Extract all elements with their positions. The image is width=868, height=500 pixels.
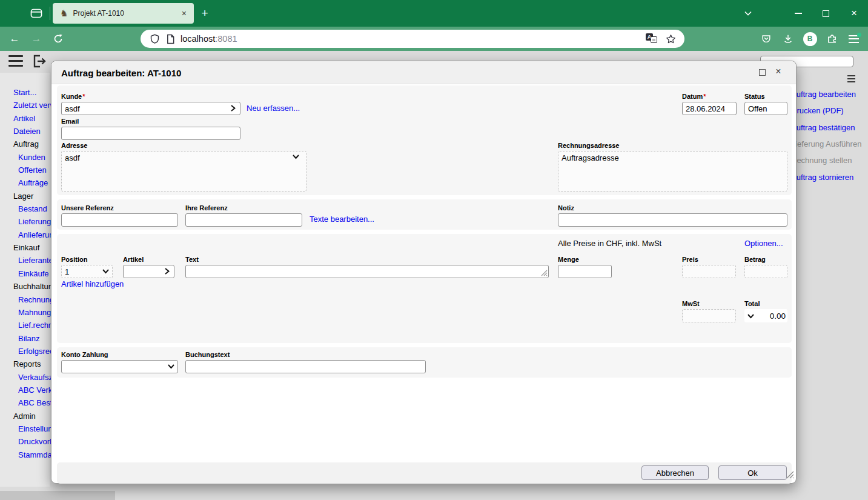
action-auftrag-bestätigen[interactable]: Auftrag bestätigen bbox=[791, 123, 861, 139]
window-close-button[interactable]: × bbox=[840, 0, 868, 27]
forward-button[interactable]: → bbox=[26, 27, 47, 51]
cancel-button[interactable]: Abbrechen bbox=[641, 465, 709, 480]
sidebar-item-zuletzt-verwendet[interactable]: Zuletzt verwendet bbox=[0, 101, 50, 113]
dialog-resize-grip-icon[interactable] bbox=[786, 470, 794, 481]
dialog-close-icon[interactable]: × bbox=[774, 66, 783, 77]
artikel-hinzufuegen-link[interactable]: Artikel hinzufügen bbox=[61, 279, 124, 288]
browser-navbar: ← → localhost:8081 A B bbox=[0, 27, 868, 51]
konto-zahlung-chevron-down-icon[interactable] bbox=[167, 363, 175, 370]
dialog-maximize-icon[interactable] bbox=[759, 69, 766, 76]
text-input[interactable] bbox=[185, 265, 549, 278]
sidebar-item-kunden[interactable]: Kunden bbox=[0, 153, 50, 165]
bottom-left-strip bbox=[0, 491, 115, 500]
rechnungsadresse-area[interactable]: Auftragsadresse bbox=[558, 151, 787, 192]
sidebar-item-label: Reports bbox=[13, 359, 41, 368]
action-auftrag-bearbeiten[interactable]: Auftrag bearbeiten bbox=[791, 90, 861, 106]
sidebar-item-einstellungen[interactable]: Einstellungen bbox=[0, 424, 50, 437]
unsere-referenz-input[interactable] bbox=[61, 213, 178, 227]
sidebar-item-bilanz[interactable]: Bilanz bbox=[0, 334, 50, 347]
downloads-icon[interactable] bbox=[778, 27, 798, 51]
action-lieferung-ausführen[interactable]: Lieferung Ausführen bbox=[791, 139, 861, 156]
action-auftrag-stornieren[interactable]: Auftrag stornieren bbox=[791, 173, 861, 189]
sidebar-item-lieferanten[interactable]: Lieferanten bbox=[0, 256, 50, 268]
app-menu-burger-icon[interactable] bbox=[8, 55, 23, 67]
total-chevron-down-icon[interactable] bbox=[747, 313, 755, 319]
list-all-tabs-icon[interactable] bbox=[734, 0, 762, 27]
kunde-picker-chevron-icon[interactable] bbox=[230, 104, 236, 112]
translate-icon[interactable]: A bbox=[646, 33, 659, 44]
sidebar-item-lief-rechnungen[interactable]: Lief.rechnungen bbox=[0, 321, 50, 333]
sidebar-item-lager: Lager bbox=[0, 192, 50, 204]
sidebar-item-aufträge[interactable]: Aufträge bbox=[0, 178, 50, 191]
unsere-referenz-label: Unsere Referenz bbox=[61, 204, 114, 212]
text-resize-grip-icon[interactable] bbox=[541, 270, 548, 276]
texte-bearbeiten-link[interactable]: Texte bearbeiten... bbox=[310, 215, 374, 224]
firefox-view-icon[interactable] bbox=[29, 6, 44, 21]
tab-close-icon[interactable]: × bbox=[179, 8, 189, 18]
page-info-icon[interactable] bbox=[162, 34, 178, 44]
adresse-area[interactable]: asdf bbox=[61, 151, 306, 192]
konto-zahlung-label: Konto Zahlung bbox=[61, 351, 108, 358]
window-minimize-button[interactable] bbox=[784, 0, 812, 27]
sidebar-item-rechnungen[interactable]: Rechnungen bbox=[0, 295, 50, 308]
browser-tab[interactable]: ♞ Projekt AT-1010 × bbox=[53, 3, 194, 24]
datum-input[interactable] bbox=[682, 102, 737, 115]
actions-menu-icon[interactable] bbox=[847, 75, 855, 82]
sidebar-item-druckvorlagen[interactable]: Druckvorlagen bbox=[0, 437, 50, 450]
extensions-puzzle-icon[interactable] bbox=[821, 27, 842, 51]
logout-icon[interactable] bbox=[31, 53, 47, 72]
sidebar-item-label: Dateien bbox=[13, 127, 41, 136]
action-rechnung-stellen[interactable]: Rechnung stellen bbox=[791, 156, 861, 172]
url-text[interactable]: localhost:8081 bbox=[181, 34, 646, 44]
sidebar-item-label: Einkäufe bbox=[18, 269, 49, 278]
kunde-input[interactable] bbox=[61, 102, 240, 115]
notiz-input[interactable] bbox=[558, 213, 787, 227]
sidebar-item-start-[interactable]: Start... bbox=[0, 88, 50, 101]
rechnungsadresse-label: Rechnungsadresse bbox=[558, 142, 619, 149]
adresse-chevron-down-icon[interactable] bbox=[292, 153, 300, 160]
optionen-link[interactable]: Optionen... bbox=[744, 239, 783, 248]
email-label: Email bbox=[61, 118, 79, 125]
sidebar-item-mahnungen[interactable]: Mahnungen bbox=[0, 308, 50, 321]
buchungstext-input[interactable] bbox=[185, 360, 426, 373]
back-button[interactable]: ← bbox=[4, 27, 25, 51]
new-tab-button[interactable]: + bbox=[195, 4, 214, 23]
pocket-icon[interactable] bbox=[756, 27, 777, 51]
artikel-picker-chevron-icon[interactable] bbox=[164, 267, 170, 275]
action-drucken-pdf-[interactable]: Drucken (PDF) bbox=[791, 106, 861, 122]
sidebar-item-einkäufe[interactable]: Einkäufe bbox=[0, 269, 50, 282]
sidebar-item-admin: Admin bbox=[0, 412, 50, 424]
bookmark-star-icon[interactable] bbox=[663, 34, 678, 44]
status-label: Status bbox=[744, 93, 765, 100]
menge-input[interactable] bbox=[558, 265, 612, 278]
account-extension-icon[interactable]: B bbox=[800, 27, 820, 51]
reload-button[interactable] bbox=[48, 27, 68, 51]
konto-zahlung-select[interactable] bbox=[61, 360, 178, 373]
sidebar-item-offerten[interactable]: Offerten bbox=[0, 165, 50, 178]
status-select[interactable] bbox=[744, 102, 787, 115]
sidebar-item-anlieferungen[interactable]: Anlieferungen bbox=[0, 230, 50, 243]
window-maximize-button[interactable] bbox=[812, 0, 840, 27]
sidebar-item-verkaufszahlen[interactable]: Verkaufszahlen bbox=[0, 373, 50, 385]
account-badge: B bbox=[803, 32, 817, 46]
sidebar-item-lieferungen[interactable]: Lieferungen bbox=[0, 217, 50, 230]
sidebar-item-dateien[interactable]: Dateien bbox=[0, 127, 50, 139]
position-chevron-down-icon[interactable] bbox=[102, 268, 110, 275]
sidebar-item-erfolgsrechnung[interactable]: Erfolgsrechnung bbox=[0, 347, 50, 359]
sidebar-item-abc-verkäufe[interactable]: ABC Verkäufe bbox=[0, 385, 50, 398]
action-label: Auftrag bestätigen bbox=[791, 123, 855, 132]
email-input[interactable] bbox=[61, 127, 240, 140]
sidebar-item-artikel[interactable]: Artikel bbox=[0, 114, 50, 127]
app-menu-icon[interactable] bbox=[843, 27, 864, 51]
url-port: :8081 bbox=[215, 34, 237, 44]
sidebar-item-reports: Reports bbox=[0, 359, 50, 372]
ok-button[interactable]: Ok bbox=[718, 465, 787, 480]
sidebar-item-bestand[interactable]: Bestand bbox=[0, 204, 50, 217]
sidebar-item-abc-bestand[interactable]: ABC Bestand bbox=[0, 398, 50, 411]
url-bar[interactable]: localhost:8081 A bbox=[141, 30, 684, 48]
text-label: Text bbox=[185, 256, 199, 263]
shield-icon[interactable] bbox=[147, 33, 162, 44]
ihre-referenz-input[interactable] bbox=[185, 213, 302, 227]
neu-erfassen-link[interactable]: Neu erfassen... bbox=[247, 104, 300, 113]
sidebar-item-stammdaten[interactable]: Stammdaten bbox=[0, 450, 50, 463]
